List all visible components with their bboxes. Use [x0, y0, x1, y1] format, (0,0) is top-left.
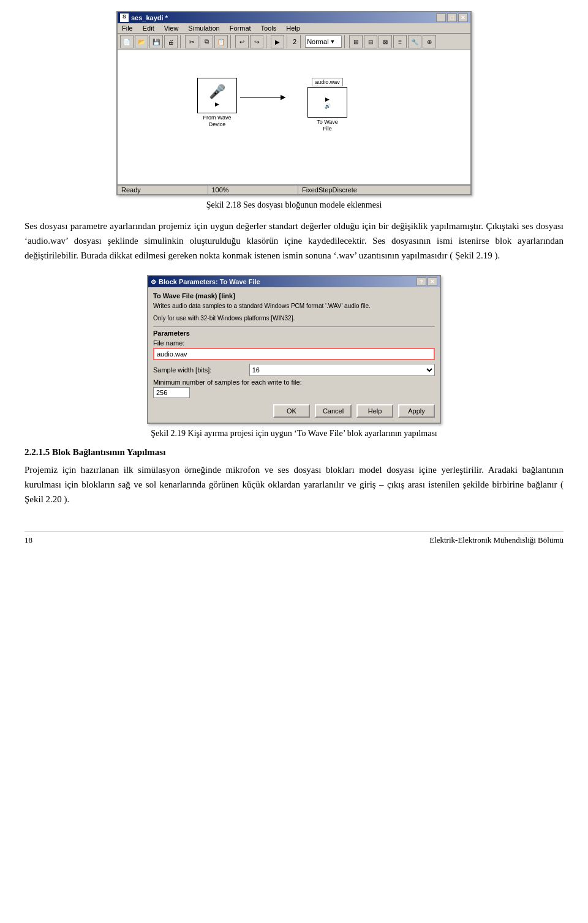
- arrow-line-graphic: ——————▶: [240, 93, 285, 101]
- sim-time-label: 2: [292, 38, 298, 45]
- paragraph-1: Ses dosyası parametre ayarlarından proje…: [24, 219, 564, 263]
- zoom-out-button[interactable]: ⊟: [364, 35, 377, 48]
- simulink-window: S ses_kaydi * _ □ ✕ File Edit View Simul…: [116, 11, 472, 195]
- caption-219: Şekil 2.19 Kişi ayırma projesi için uygu…: [24, 429, 564, 439]
- sep5: [300, 35, 303, 48]
- sample-width-row: Sample width [bits]: 16 8 32: [153, 364, 435, 376]
- app-icon: S: [120, 13, 129, 22]
- section-heading-225: 2.2.1.5 Blok Bağlantısının Yapılması: [24, 447, 564, 458]
- menubar: File Edit View Simulation Format Tools H…: [118, 23, 470, 34]
- open-button[interactable]: 📂: [135, 35, 148, 48]
- menu-view[interactable]: View: [162, 24, 181, 32]
- dialog-title: Block Parameters: To Wave File: [159, 278, 260, 285]
- save-button[interactable]: 💾: [149, 35, 163, 48]
- department-name: Elektrik-Elektronik Mühendisliği Bölümü: [429, 535, 564, 545]
- undo-button[interactable]: ↩: [235, 35, 249, 48]
- win-controls: _ □ ✕: [436, 13, 468, 22]
- copy-button[interactable]: ⧉: [200, 35, 213, 48]
- debug-button[interactable]: 🔧: [408, 35, 421, 48]
- new-button[interactable]: 📄: [120, 35, 134, 48]
- sep6: [344, 35, 347, 48]
- menu-simulation[interactable]: Simulation: [186, 24, 221, 32]
- connection-arrow: ——————▶: [240, 93, 285, 101]
- dialog-desc-line1: Writes audio data samples to a standard …: [153, 302, 435, 311]
- file-name-input[interactable]: [153, 348, 435, 360]
- menu-edit[interactable]: Edit: [141, 24, 156, 32]
- print-button[interactable]: 🖨: [164, 35, 178, 48]
- to-wave-block[interactable]: audio.wav ▶ 🔊 To WaveFile: [307, 78, 347, 132]
- minimize-button[interactable]: _: [436, 13, 446, 22]
- dialog-desc-line2: Only for use with 32-bit Windows platfor…: [153, 314, 435, 323]
- filename-display: audio.wav: [315, 79, 340, 85]
- statusbar: Ready 100% FixedStepDiscrete: [118, 185, 470, 194]
- close-button[interactable]: ✕: [458, 13, 468, 22]
- dialog-help-button[interactable]: ?: [417, 277, 426, 286]
- play-button[interactable]: ▶: [271, 35, 284, 48]
- min-samples-input[interactable]: [153, 387, 190, 398]
- play-arrow-icon: ▶: [215, 101, 219, 107]
- from-wave-box: 🎤 ▶: [197, 78, 237, 113]
- block-params-dialog: ⚙ Block Parameters: To Wave File ? ✕ To …: [147, 275, 441, 424]
- sep2: [230, 35, 233, 48]
- cancel-button[interactable]: Cancel: [315, 404, 352, 418]
- min-samples-input-wrapper: [153, 387, 435, 398]
- sep3: [266, 35, 268, 48]
- paragraph-2: Projemiz için hazırlanan ilk simülasyon …: [24, 462, 564, 507]
- paste-button[interactable]: 📋: [214, 35, 228, 48]
- simulink-titlebar: S ses_kaydi * _ □ ✕: [118, 12, 470, 23]
- from-wave-label: From WaveDevice: [203, 115, 231, 128]
- cut-button[interactable]: ✂: [185, 35, 198, 48]
- titlebar-left: S ses_kaydi *: [120, 13, 168, 22]
- arrow-right-icon: ▶: [325, 96, 330, 102]
- sep1: [180, 35, 183, 48]
- library-button[interactable]: ≡: [393, 35, 407, 48]
- sep4: [287, 35, 289, 48]
- chevron-down-icon: ▼: [330, 39, 336, 45]
- window-title: ses_kaydi *: [131, 14, 168, 21]
- to-wave-label: To WaveFile: [317, 119, 338, 132]
- fit-button[interactable]: ⊠: [379, 35, 392, 48]
- menu-help[interactable]: Help: [284, 24, 302, 32]
- file-name-label: File name:: [153, 339, 435, 347]
- dialog-titlebar: ⚙ Block Parameters: To Wave File ? ✕: [148, 276, 440, 287]
- status-zoom: 100%: [208, 186, 299, 194]
- page-number: 18: [24, 535, 32, 545]
- menu-tools[interactable]: Tools: [259, 24, 279, 32]
- caption-218: Şekil 2.18 Ses dosyası bloğunun modele e…: [24, 200, 564, 210]
- microphone-icon: 🎤: [209, 84, 225, 100]
- dialog-win-controls: ? ✕: [417, 277, 437, 286]
- from-wave-block[interactable]: 🎤 ▶ From WaveDevice: [197, 78, 237, 128]
- dialog-close-button[interactable]: ✕: [428, 277, 437, 286]
- apply-button[interactable]: Apply: [398, 404, 435, 418]
- status-mode: FixedStepDiscrete: [298, 186, 470, 194]
- dialog-buttons: OK Cancel Help Apply: [153, 404, 435, 418]
- maximize-button[interactable]: □: [447, 13, 457, 22]
- filename-label-top: audio.wav: [312, 78, 343, 86]
- sample-width-select[interactable]: 16 8 32: [249, 364, 435, 376]
- ok-button[interactable]: OK: [273, 404, 310, 418]
- zoom-in-button[interactable]: ⊞: [349, 35, 363, 48]
- extra-button[interactable]: ⊕: [423, 35, 436, 48]
- dialog-section-title: To Wave File (mask) [link]: [153, 292, 435, 300]
- to-wave-box: ▶ 🔊: [307, 87, 347, 118]
- menu-file[interactable]: File: [120, 24, 135, 32]
- wave-icon: 🔊: [325, 104, 331, 109]
- simulink-canvas: 🎤 ▶ From WaveDevice ——————▶ audio.wav ▶ …: [118, 50, 470, 185]
- dropdown-value: Normal: [307, 38, 328, 45]
- sample-width-label: Sample width [bits]:: [153, 366, 246, 374]
- dialog-titlebar-left: ⚙ Block Parameters: To Wave File: [151, 278, 260, 285]
- min-samples-label: Minimum number of samples for each write…: [153, 379, 435, 386]
- page-footer: 18 Elektrik-Elektronik Mühendisliği Bölü…: [24, 531, 564, 545]
- dialog-params-title: Parameters: [153, 326, 435, 337]
- normal-dropdown[interactable]: Normal ▼: [305, 36, 342, 48]
- help-button[interactable]: Help: [356, 404, 393, 418]
- status-ready: Ready: [118, 186, 208, 194]
- dialog-body: To Wave File (mask) [link] Writes audio …: [148, 287, 440, 423]
- dialog-icon: ⚙: [151, 279, 156, 285]
- toolbar: 📄 📂 💾 🖨 ✂ ⧉ 📋 ↩ ↪ ▶ 2 Normal ▼ ⊞ ⊟ ⊠ ≡ 🔧…: [118, 34, 470, 50]
- redo-button[interactable]: ↪: [250, 35, 263, 48]
- menu-format[interactable]: Format: [228, 24, 253, 32]
